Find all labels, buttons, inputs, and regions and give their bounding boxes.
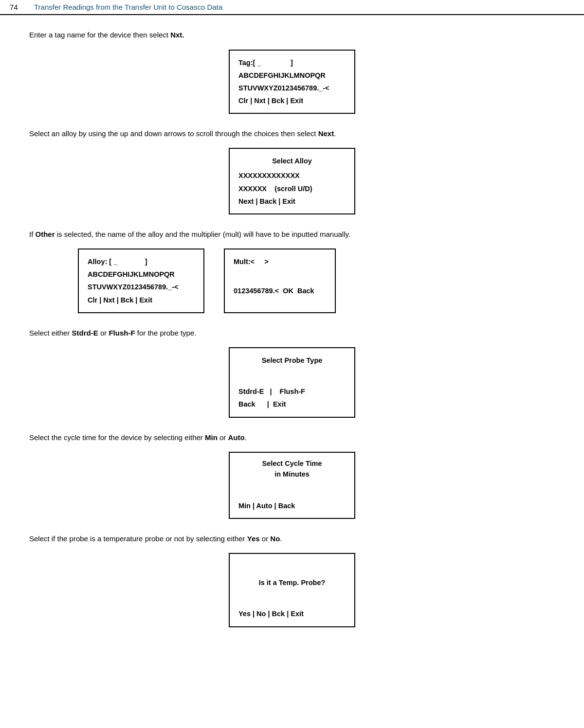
para-tag-bold: Nxt. [170, 31, 184, 39]
para-probe-before: Select either [29, 329, 72, 337]
temp-line1: Yes | No | Bck | Exit [238, 607, 346, 620]
para-temp-after: . [280, 534, 282, 543]
tag-line4: Clr | Nxt | Bck | Exit [238, 94, 346, 107]
section-other: If Other is selected, the name of the al… [29, 229, 555, 313]
para-alloy: Select an alloy by using the up and down… [29, 128, 555, 140]
mult-ui-box: Mult:< > 0123456789.< OK Back [224, 249, 336, 313]
para-temp-or: or [260, 534, 271, 543]
alloy-input-line3: STUVWXYZ0123456789._-< [88, 281, 195, 293]
alloy-input-box: Alloy: [ _ ] ABCDEFGHIJKLMNOPQR STUVWXYZ… [78, 249, 204, 313]
para-alloy-after: . [334, 129, 336, 138]
other-boxes-container: Alloy: [ _ ] ABCDEFGHIJKLMNOPQR STUVWXYZ… [29, 249, 555, 313]
main-content: Enter a tag name for the device then sel… [0, 15, 584, 661]
probe-line2: Back | Exit [238, 398, 346, 410]
page-header: 74 Transfer Readings from the Transfer U… [0, 0, 584, 15]
tag-ui-box: Tag:[ _ ] ABCDEFGHIJKLMNOPQR STUVWXYZ012… [229, 50, 355, 114]
alloy-input-line4: Clr | Nxt | Bck | Exit [88, 294, 195, 306]
para-alloy-bold: Next [318, 129, 334, 138]
alloy-input-line1: Alloy: [ _ ] [88, 255, 195, 268]
cycle-spacer [238, 483, 346, 496]
section-temp-probe: Select if the probe is a temperature pro… [29, 533, 555, 627]
para-cycle-bold1: Min [205, 433, 218, 442]
para-probe-type: Select either Stdrd-E or Flush-F for the… [29, 328, 555, 339]
para-probe-or: or [98, 329, 109, 337]
cycle-line1: Min | Auto | Back [238, 499, 346, 512]
temp-spacer-mid [238, 591, 346, 604]
cycle-box-container: Select Cycle Timein Minutes Min | Auto |… [29, 452, 555, 519]
probe-line1: Stdrd-E | Flush-F [238, 385, 346, 398]
alloy-line3: Next | Back | Exit [238, 195, 346, 208]
para-probe-after: for the probe type. [135, 329, 197, 337]
para-probe-bold1: Stdrd-E [72, 329, 98, 337]
alloy-input-line2: ABCDEFGHIJKLMNOPQR [88, 268, 195, 281]
section-tag-name: Enter a tag name for the device then sel… [29, 30, 555, 114]
section-cycle-time: Select the cycle time for the device by … [29, 432, 555, 519]
para-other: If Other is selected, the name of the al… [29, 229, 555, 240]
probe-title: Select Probe Type [238, 354, 346, 367]
para-other-if: If [29, 230, 36, 238]
page-number: 74 [10, 3, 24, 11]
temp-title: Is it a Temp. Probe? [238, 576, 346, 589]
para-tag-name: Enter a tag name for the device then sel… [29, 30, 555, 41]
para-tag-before: Enter a tag name for the device then sel… [29, 31, 170, 39]
para-cycle-bold2: Auto [228, 433, 245, 442]
mult-spacer [234, 268, 326, 281]
tag-line2: ABCDEFGHIJKLMNOPQR [238, 69, 346, 82]
probe-box-container: Select Probe Type Stdrd-E | Flush-F Back… [29, 347, 555, 417]
tag-line3: STUVWXYZ0123456789._-< [238, 82, 346, 94]
alloy-line2: XXXXXX (scroll U/D) [238, 182, 346, 195]
para-cycle-after: . [245, 433, 247, 442]
alloy-title: Select Alloy [238, 155, 346, 167]
para-temp-probe: Select if the probe is a temperature pro… [29, 533, 555, 545]
para-probe-bold2: Flush-F [109, 329, 135, 337]
para-cycle-or: or [218, 433, 228, 442]
temp-spacer-top [238, 560, 346, 572]
section-probe-type: Select either Stdrd-E or Flush-F for the… [29, 328, 555, 418]
mult-line1: Mult:< > [234, 255, 326, 268]
alloy-ui-box: Select Alloy XXXXXXXXXXXXX XXXXXX (scrol… [229, 148, 355, 214]
alloy-box-container: Select Alloy XXXXXXXXXXXXX XXXXXX (scrol… [29, 148, 555, 214]
tag-line1: Tag:[ _ ] [238, 56, 346, 69]
para-other-rest: is selected, the name of the alloy and t… [55, 230, 351, 238]
section-alloy: Select an alloy by using the up and down… [29, 128, 555, 214]
page-title: Transfer Readings from the Transfer Unit… [34, 3, 222, 11]
temp-ui-box: Is it a Temp. Probe? Yes | No | Bck | Ex… [229, 553, 355, 627]
probe-ui-box: Select Probe Type Stdrd-E | Flush-F Back… [229, 347, 355, 417]
para-temp-bold1: Yes [247, 534, 260, 543]
cycle-ui-box: Select Cycle Timein Minutes Min | Auto |… [229, 452, 355, 519]
para-cycle-before: Select the cycle time for the device by … [29, 433, 205, 442]
para-other-bold: Other [36, 230, 55, 238]
para-temp-before: Select if the probe is a temperature pro… [29, 534, 247, 543]
tag-box-container: Tag:[ _ ] ABCDEFGHIJKLMNOPQR STUVWXYZ012… [29, 50, 555, 114]
probe-spacer [238, 369, 346, 381]
para-temp-bold2: No [270, 534, 280, 543]
temp-box-container: Is it a Temp. Probe? Yes | No | Bck | Ex… [29, 553, 555, 627]
para-cycle-time: Select the cycle time for the device by … [29, 432, 555, 444]
mult-line2: 0123456789.< OK Back [234, 284, 326, 297]
alloy-line1: XXXXXXXXXXXXX [238, 169, 346, 182]
cycle-title: Select Cycle Timein Minutes [238, 459, 346, 480]
para-alloy-before: Select an alloy by using the up and down… [29, 129, 318, 138]
